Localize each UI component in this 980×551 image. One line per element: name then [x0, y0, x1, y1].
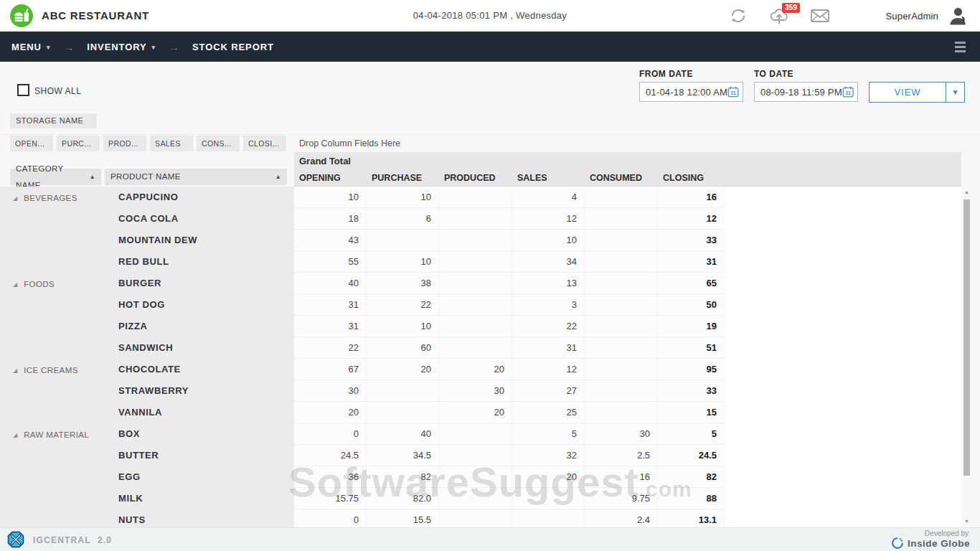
product-cell: PIZZA [118, 316, 294, 337]
table-row[interactable]: ◢BEVERAGESCAPPUCINO1010416 [0, 187, 961, 208]
value-cell-opening: 36 [294, 466, 367, 488]
value-cell-sales: 34 [512, 251, 585, 273]
table-row[interactable]: NUTS015.52.413.1 [0, 509, 961, 527]
column-field-chip[interactable]: CLOSI... [243, 136, 286, 151]
view-button[interactable]: VIEW ▼ [869, 82, 965, 103]
table-row[interactable]: PIZZA31102219 [0, 316, 961, 337]
column-field-chip[interactable]: CONS... [197, 136, 240, 151]
menu-dropdown[interactable]: MENU ▾ [11, 42, 50, 52]
value-cell-closing: 51 [658, 337, 725, 359]
value-cell-sales: 12 [512, 208, 585, 230]
scroll-up-icon[interactable]: ▲ [963, 188, 971, 197]
table-row[interactable]: ◢RAW MATERIALBOX0405305 [0, 423, 961, 445]
product-cell: COCA COLA [118, 208, 294, 230]
table-row[interactable]: EGG3682201682 [0, 466, 961, 488]
value-cell-sales: 32 [512, 445, 585, 466]
value-cell-sales: 20 [512, 466, 585, 488]
value-cell-opening: 15.75 [294, 488, 367, 509]
sort-asc-icon[interactable]: ▲ [90, 169, 95, 185]
value-cell-produced [439, 488, 512, 509]
product-cell: HOT DOG [118, 294, 294, 316]
table-row[interactable]: SANDWICH22603151 [0, 337, 961, 359]
table-row[interactable]: MOUNTAIN DEW431033 [0, 230, 961, 251]
table-row[interactable]: VANNILA20202515 [0, 402, 961, 423]
product-name: IGCENTRAL [33, 535, 91, 545]
value-cell-produced: 20 [439, 402, 512, 423]
table-row[interactable]: MILK15.7582.09.7588 [0, 488, 961, 509]
value-cell-purchase: 22 [367, 294, 439, 316]
category-name-field-chip[interactable]: CATEGORY NAME ▲ [10, 169, 101, 185]
from-date-input[interactable]: 01-04-18 12:00 AM 31 [639, 82, 743, 102]
view-dropdown-arrow[interactable]: ▼ [946, 83, 964, 102]
view-button-label[interactable]: VIEW [870, 83, 946, 102]
table-row[interactable]: ◢FOODSBURGER40381365 [0, 273, 961, 294]
column-header-produced[interactable]: PRODUCED [439, 171, 512, 187]
column-field-chip[interactable]: OPEN... [10, 136, 53, 151]
value-cell-consumed: 30 [585, 423, 658, 445]
table-row[interactable]: BUTTER24.534.5322.524.5 [0, 445, 961, 466]
table-row[interactable]: STRAWBERRY30302733 [0, 380, 961, 402]
user-avatar[interactable] [947, 5, 969, 27]
value-cell-consumed: 2.4 [585, 509, 658, 527]
value-cell-consumed [585, 337, 658, 359]
category-cell [0, 402, 118, 423]
column-field-chip[interactable]: PURC... [57, 136, 100, 151]
developer-name: Inside Globe [908, 538, 970, 549]
show-all-checkbox[interactable] [17, 84, 29, 96]
category-cell [0, 445, 118, 466]
table-row[interactable]: COCA COLA1861212 [0, 208, 961, 230]
value-cell-purchase [367, 380, 439, 402]
inside-globe-logo-icon [891, 537, 904, 550]
column-header-sales[interactable]: SALES [512, 171, 585, 187]
column-header-consumed[interactable]: CONSUMED [585, 171, 658, 187]
value-cell-purchase: 60 [367, 337, 439, 359]
scrollbar-thumb[interactable] [963, 199, 970, 476]
column-field-chip[interactable]: PROD... [103, 136, 146, 151]
value-cell-opening: 10 [294, 187, 367, 208]
refresh-icon[interactable] [727, 6, 749, 25]
product-field-label: PRODUCT NAME [110, 169, 181, 185]
collapse-icon[interactable]: ◢ [13, 367, 17, 374]
grid-header: Grand Total OPENINGPURCHASEPRODUCEDSALES… [294, 152, 961, 187]
column-field-chip[interactable]: SALES [150, 136, 193, 151]
page-title-label: STOCK REPORT [192, 42, 274, 52]
table-row[interactable]: HOT DOG3122350 [0, 294, 961, 316]
collapse-icon[interactable]: ◢ [13, 195, 17, 202]
sort-asc-icon[interactable]: ▲ [275, 169, 281, 185]
value-cell-closing: 31 [658, 251, 725, 273]
value-cell-consumed: 2.5 [585, 445, 658, 466]
username[interactable]: SuperAdmin [885, 11, 938, 22]
to-date-input[interactable]: 08-09-18 11:59 PM 31 [754, 82, 858, 102]
storage-name-field-chip[interactable]: STORAGE NAME [10, 113, 97, 128]
value-cell-sales: 13 [512, 273, 585, 294]
collapse-icon[interactable]: ◢ [13, 281, 17, 288]
category-label: FOODS [24, 280, 55, 288]
column-header-purchase[interactable]: PURCHASE [367, 171, 439, 187]
vertical-scrollbar[interactable]: ▲ ▼ [963, 188, 971, 526]
footer-product-name: IGCENTRAL 2.0 [33, 535, 112, 545]
table-row[interactable]: RED BULL55103431 [0, 251, 961, 273]
mail-icon[interactable] [809, 6, 831, 25]
category-cell [0, 488, 118, 509]
cloud-upload-icon[interactable]: 359 [768, 6, 790, 25]
value-cell-consumed [585, 230, 658, 251]
table-row[interactable]: ◢ICE CREAMSCHOCOLATE6720201295 [0, 359, 961, 380]
inventory-dropdown[interactable]: INVENTORY ▾ [87, 42, 156, 52]
footer: IGCENTRAL 2.0 Developed by Inside Globe [0, 527, 980, 551]
column-header-opening[interactable]: OPENING [294, 171, 367, 187]
product-name-field-chip[interactable]: PRODUCT NAME ▲ [105, 169, 287, 185]
hamburger-menu-icon[interactable] [952, 39, 969, 55]
value-cell-produced [439, 509, 512, 527]
value-cell-sales: 22 [512, 316, 585, 337]
product-cell: MILK [118, 488, 294, 509]
developer-brand[interactable]: Inside Globe [891, 537, 970, 550]
calendar-icon[interactable]: 31 [727, 85, 739, 99]
column-header-closing[interactable]: CLOSING [658, 171, 725, 187]
collapse-icon[interactable]: ◢ [13, 432, 17, 438]
value-cell-opening: 18 [294, 208, 367, 230]
value-cell-produced [439, 316, 512, 337]
product-cell: EGG [118, 466, 294, 488]
calendar-icon[interactable]: 31 [842, 85, 854, 99]
scroll-down-icon[interactable]: ▼ [963, 517, 971, 526]
notification-badge[interactable]: 359 [782, 3, 800, 13]
